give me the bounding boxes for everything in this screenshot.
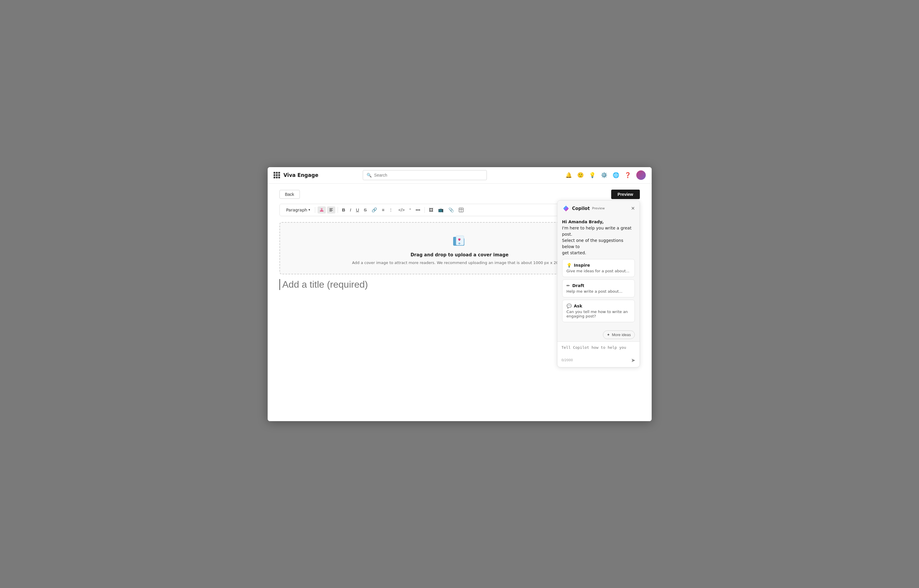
notification-icon[interactable]: 🔔: [565, 172, 572, 178]
italic-button[interactable]: I: [348, 207, 353, 213]
action-row: Back Preview: [279, 190, 640, 199]
preview-button[interactable]: Preview: [611, 190, 640, 199]
chevron-down-icon: ▾: [308, 208, 310, 212]
copilot-logo-icon: [562, 205, 570, 212]
settings-icon[interactable]: ⚙️: [601, 172, 607, 178]
bulb-icon[interactable]: 💡: [589, 172, 596, 178]
cover-illustration-icon: [451, 231, 468, 249]
paragraph-dropdown[interactable]: Paragraph ▾: [284, 207, 313, 213]
copilot-greeting: Hi Amanda Brady, I'm here to help you wr…: [562, 219, 635, 256]
quote-button[interactable]: “: [408, 207, 413, 213]
copilot-draft-desc: Help me write a post about...: [567, 289, 630, 294]
copilot-body: Hi Amanda Brady, I'm here to help you wr…: [557, 215, 640, 328]
highlight-button[interactable]: [318, 207, 326, 213]
copilot-char-count: 0/2000: [562, 358, 573, 362]
code-button[interactable]: </>: [396, 207, 407, 213]
help-icon[interactable]: ❓: [625, 172, 631, 178]
bullet-list-button[interactable]: ≡: [380, 207, 386, 213]
more-ideas-button[interactable]: ✦ More ideas: [603, 331, 635, 339]
main-content: Back Preview Paragraph ▾ B I U S 🔗 ≡: [268, 184, 652, 421]
copilot-preview-badge: Preview: [592, 207, 605, 210]
copilot-input-area: 0/2000 ➤: [557, 341, 640, 367]
copilot-ask-title: 💬 Ask: [567, 304, 630, 309]
app-grid-icon[interactable]: [273, 172, 280, 178]
avatar[interactable]: [636, 170, 646, 180]
copilot-close-button[interactable]: ✕: [631, 205, 635, 211]
copilot-input-footer: 0/2000 ➤: [562, 357, 635, 363]
svg-text:⋮: ⋮: [389, 208, 392, 212]
emoji-icon[interactable]: 🙂: [577, 172, 584, 178]
format-button[interactable]: [327, 207, 335, 213]
cover-upload-title: Drag and drop to upload a cover image: [410, 252, 509, 257]
image-button[interactable]: 🖼: [427, 207, 435, 213]
search-icon: 🔍: [367, 173, 371, 178]
draft-icon: ✏️: [567, 283, 570, 288]
svg-rect-1: [321, 208, 323, 210]
video-button[interactable]: 📺: [436, 207, 446, 213]
table-button[interactable]: [457, 207, 465, 213]
strikethrough-button[interactable]: S: [362, 207, 369, 213]
toolbar-divider-2: [338, 207, 338, 213]
copilot-draft-title: ✏️ Draft: [567, 283, 630, 288]
copilot-more-ideas-row: ✦ More ideas: [557, 328, 640, 341]
more-ideas-label: More ideas: [612, 333, 631, 337]
top-nav: Viva Engage 🔍 🔔 🙂 💡 ⚙️ 🌐 ❓: [268, 167, 652, 184]
globe-icon[interactable]: 🌐: [613, 172, 619, 178]
numbered-list-button[interactable]: ⋮: [387, 207, 395, 213]
copilot-ask-desc: Can you tell me how to write an engaging…: [567, 310, 630, 318]
copilot-name: Copilot: [572, 206, 590, 211]
back-button[interactable]: Back: [279, 190, 300, 199]
copilot-header: Copilot Preview ✕: [557, 200, 640, 215]
copilot-inspire-desc: Give me ideas for a post about...: [567, 269, 630, 273]
attachment-button[interactable]: 📎: [447, 207, 456, 213]
toolbar-divider-1: [315, 207, 315, 213]
underline-button[interactable]: U: [354, 207, 361, 213]
copilot-send-button[interactable]: ➤: [631, 357, 635, 363]
copilot-panel: Copilot Preview ✕ Hi Amanda Brady, I'm h…: [557, 200, 640, 367]
app-window: Viva Engage 🔍 🔔 🙂 💡 ⚙️ 🌐 ❓ Back Preview …: [268, 167, 652, 421]
more-button[interactable]: •••: [414, 207, 422, 213]
ask-icon: 💬: [567, 304, 572, 309]
search-bar[interactable]: 🔍: [363, 170, 487, 180]
svg-rect-0: [320, 210, 323, 212]
copilot-input[interactable]: [562, 345, 635, 354]
copilot-card-inspire[interactable]: 💡 Inspire Give me ideas for a post about…: [562, 259, 635, 277]
inspire-icon: 💡: [567, 263, 572, 268]
bold-button[interactable]: B: [340, 207, 347, 213]
search-input[interactable]: [374, 173, 483, 178]
paragraph-label: Paragraph: [286, 208, 307, 212]
nav-icons: 🔔 🙂 💡 ⚙️ 🌐 ❓: [565, 170, 646, 180]
toolbar-divider-3: [425, 207, 425, 213]
sparkle-icon: ✦: [607, 333, 610, 337]
copilot-message: I'm here to help you write a great post.…: [562, 226, 632, 255]
link-button[interactable]: 🔗: [370, 207, 379, 213]
copilot-card-ask[interactable]: 💬 Ask Can you tell me how to write an en…: [562, 300, 635, 322]
cover-upload-subtitle: Add a cover image to attract more reader…: [352, 260, 567, 265]
copilot-card-draft[interactable]: ✏️ Draft Help me write a post about...: [562, 279, 635, 297]
app-logo: Viva Engage: [284, 172, 318, 178]
copilot-greeting-name: Hi Amanda Brady,: [562, 220, 604, 224]
copilot-title-row: Copilot Preview: [562, 205, 605, 212]
copilot-inspire-title: 💡 Inspire: [567, 263, 630, 268]
